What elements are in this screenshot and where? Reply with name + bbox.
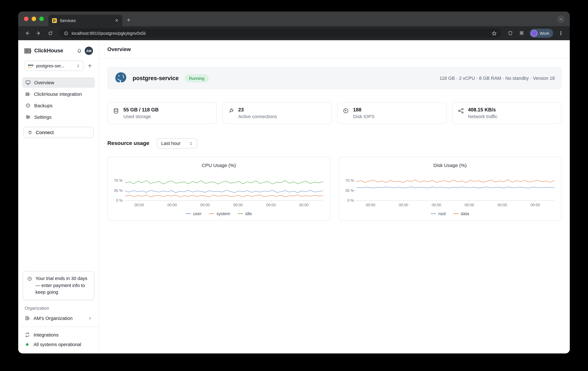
trial-notice: Your trial ends in 30 days — enter payme… bbox=[23, 271, 94, 300]
select-updown-icon bbox=[76, 64, 80, 68]
new-tab-button[interactable]: + bbox=[127, 17, 130, 24]
chart-legend: rootdata bbox=[343, 211, 557, 216]
plug-icon bbox=[28, 130, 32, 135]
status-dot-icon bbox=[26, 343, 28, 346]
sliders-icon bbox=[25, 114, 31, 120]
svg-text:00:00: 00:00 bbox=[366, 203, 375, 207]
disk-usage-chart: 0 %35 %70 %00:0000:0000:0000:0000:0000:0… bbox=[343, 172, 557, 208]
desktop-background: Services ✕ + localhost:8910/postgres/pgk… bbox=[0, 0, 588, 371]
stat-label: Active connections bbox=[238, 114, 277, 119]
close-window-button[interactable] bbox=[24, 17, 28, 21]
service-name: postgres-service bbox=[133, 75, 179, 81]
sidebar: ClickHouse AM aws postgres-ser... bbox=[18, 40, 99, 353]
legend-swatch bbox=[431, 213, 436, 214]
svg-text:00:00: 00:00 bbox=[299, 203, 309, 207]
organization-section: Organization AM's Organization bbox=[18, 306, 99, 327]
minimize-window-button[interactable] bbox=[32, 17, 36, 21]
disk-usage-chart-card: Disk Usage (%) 0 %35 %70 %00:0000:0000:0… bbox=[339, 157, 561, 221]
overview-content: postgres-service Running 118 GB · 2 vCPU… bbox=[99, 59, 570, 353]
stat-card-disk-iops: 188 Disk IOPS bbox=[337, 102, 447, 124]
stat-label: Network traffic bbox=[468, 114, 498, 119]
notifications-bell-icon[interactable] bbox=[77, 48, 82, 53]
connect-button-label: Connect bbox=[36, 130, 54, 135]
sidebar-nav: Overview ClickHouse integration Backups … bbox=[18, 74, 99, 124]
time-range-select[interactable]: Last hour bbox=[157, 138, 197, 149]
legend-item: root bbox=[431, 211, 446, 216]
integrations-link[interactable]: Integrations bbox=[25, 332, 92, 338]
kebab-menu-icon bbox=[558, 31, 563, 36]
legend-swatch bbox=[453, 213, 458, 214]
svg-text:0 %: 0 % bbox=[116, 199, 123, 203]
stat-card-network-traffic: 408.15 KB/s Network traffic bbox=[452, 102, 561, 124]
profile-name: Work bbox=[540, 31, 549, 36]
select-updown-icon bbox=[189, 141, 193, 145]
svg-text:35 %: 35 % bbox=[114, 189, 123, 193]
resource-usage-title: Resource usage bbox=[107, 140, 149, 147]
forward-icon bbox=[36, 30, 42, 36]
sidebar-item-clickhouse-integration[interactable]: ClickHouse integration bbox=[22, 89, 95, 99]
shield-icon bbox=[508, 31, 513, 36]
legend-swatch bbox=[186, 213, 191, 214]
back-button[interactable] bbox=[23, 29, 32, 38]
charts-row: CPU Usage (%) 0 %35 %70 %00:0000:0000:00… bbox=[107, 157, 561, 221]
sidebar-item-settings[interactable]: Settings bbox=[22, 112, 95, 122]
database-icon bbox=[113, 108, 119, 114]
clickhouse-favicon bbox=[52, 18, 57, 23]
service-specs: 118 GB · 2 vCPU · 8 GB RAM · No standby … bbox=[439, 76, 555, 81]
integrations-sync-icon bbox=[25, 332, 30, 338]
tab-services[interactable]: Services ✕ bbox=[48, 15, 122, 26]
connect-button[interactable]: Connect bbox=[23, 127, 94, 138]
address-bar[interactable]: localhost:8910/postgres/pgkybgnv0s5ii bbox=[59, 28, 501, 38]
service-selector-value: postgres-ser... bbox=[36, 63, 74, 68]
add-service-button[interactable] bbox=[87, 63, 92, 68]
legend-item: system bbox=[209, 211, 230, 216]
page-title: Overview bbox=[99, 40, 570, 59]
integrations-label: Integrations bbox=[33, 332, 59, 338]
chevron-right-icon bbox=[88, 316, 92, 321]
tab-title: Services bbox=[60, 18, 112, 23]
browser-titlebar: Services ✕ + bbox=[18, 11, 570, 26]
organization-row[interactable]: AM's Organization bbox=[25, 315, 92, 321]
chart-legend: usersystemidle bbox=[112, 211, 326, 216]
sidebar-item-backups[interactable]: Backups bbox=[22, 100, 95, 111]
network-icon bbox=[457, 108, 464, 114]
stat-card-active-connections: 23 Active connections bbox=[222, 102, 332, 124]
clickhouse-logo[interactable] bbox=[25, 48, 32, 54]
puzzle-icon bbox=[519, 31, 525, 36]
organization-label: Organization bbox=[25, 306, 92, 311]
reload-icon bbox=[47, 30, 53, 36]
sidebar-item-label: Settings bbox=[34, 114, 52, 120]
forward-button[interactable] bbox=[34, 29, 43, 38]
tab-close-icon[interactable]: ✕ bbox=[115, 18, 119, 23]
reload-button[interactable] bbox=[46, 29, 55, 38]
shield-extension-button[interactable] bbox=[506, 29, 515, 38]
user-avatar[interactable]: AM bbox=[85, 47, 93, 55]
svg-text:70 %: 70 % bbox=[114, 179, 123, 183]
system-status-link[interactable]: All systems operational bbox=[25, 342, 92, 347]
zoom-window-button[interactable] bbox=[39, 17, 44, 21]
browser-toolbar: localhost:8910/postgres/pgkybgnv0s5ii Wo… bbox=[18, 26, 570, 40]
svg-text:00:00: 00:00 bbox=[399, 203, 408, 207]
sidebar-item-overview[interactable]: Overview bbox=[22, 77, 95, 88]
stat-value: 55 GB / 118 GB bbox=[123, 107, 159, 113]
back-icon bbox=[24, 30, 30, 36]
main-panel: Overview postgres-service Running 118 GB… bbox=[99, 40, 570, 353]
plus-icon bbox=[87, 63, 92, 68]
chart-title: CPU Usage (%) bbox=[112, 162, 326, 168]
bookmark-star-icon[interactable] bbox=[492, 30, 497, 36]
chevron-down-icon bbox=[559, 17, 563, 21]
profile-button[interactable]: Work bbox=[530, 29, 553, 38]
service-selector[interactable]: aws postgres-ser... bbox=[25, 61, 84, 71]
sidebar-footer: Integrations All systems operational bbox=[18, 327, 99, 353]
svg-text:70 %: 70 % bbox=[345, 179, 354, 183]
extensions-button[interactable] bbox=[517, 29, 526, 38]
browser-window: Services ✕ + localhost:8910/postgres/pgk… bbox=[18, 11, 570, 353]
time-range-value: Last hour bbox=[161, 141, 180, 146]
svg-text:00:00: 00:00 bbox=[168, 203, 177, 207]
tab-search-button[interactable] bbox=[557, 15, 565, 23]
legend-item: data bbox=[453, 211, 469, 216]
sidebar-item-label: Backups bbox=[34, 103, 52, 108]
window-controls bbox=[24, 17, 44, 21]
stats-row: 55 GB / 118 GB Used storage 23 Active co… bbox=[107, 102, 561, 124]
browser-menu-button[interactable] bbox=[556, 29, 565, 38]
